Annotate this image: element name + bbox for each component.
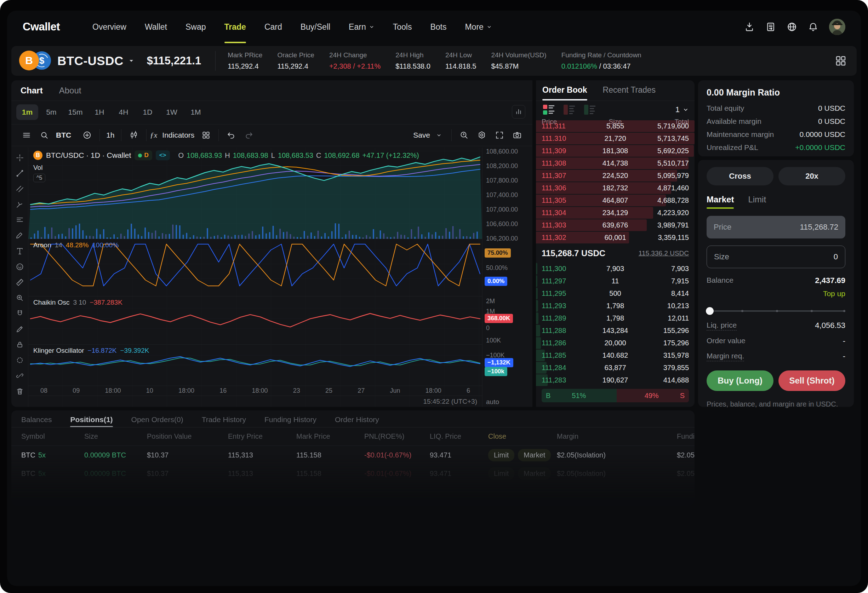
view-both-icon[interactable] <box>542 104 556 116</box>
redo-icon[interactable] <box>243 129 255 141</box>
price-field[interactable]: Price 115,268.72 <box>707 216 845 238</box>
quick-search-icon[interactable] <box>458 129 470 141</box>
compare-icon[interactable] <box>81 129 93 141</box>
text-icon[interactable] <box>14 245 26 257</box>
clock-label[interactable]: 15:45:22 (UTC+3) <box>423 398 477 406</box>
tab-about[interactable]: About <box>59 85 81 96</box>
brand-logo[interactable]: Cwallet <box>23 21 60 33</box>
legend-compare-pill[interactable]: <> <box>156 150 170 160</box>
close-limit-button[interactable]: Limit <box>488 449 514 461</box>
timeframe-1W[interactable]: 1W <box>161 104 183 120</box>
orderbook-bid-row[interactable]: 111,297117,915 <box>536 275 695 287</box>
symbol-search[interactable]: BTC <box>56 131 71 140</box>
orderbook-bid-row[interactable]: 111,28463,877379,855 <box>536 362 695 374</box>
interval-select[interactable]: 1h <box>106 131 114 140</box>
tab-order-book[interactable]: Order Book <box>542 85 587 100</box>
nav-item-more[interactable]: More <box>456 10 501 43</box>
positions-tab-openorders0[interactable]: Open Orders(0) <box>131 415 183 427</box>
bell-icon[interactable] <box>808 22 818 32</box>
save-button[interactable]: Save <box>413 131 430 140</box>
nav-item-trade[interactable]: Trade <box>215 10 255 43</box>
view-asks-icon[interactable] <box>563 104 576 116</box>
nav-item-earn[interactable]: Earn <box>340 10 384 43</box>
shapes-icon[interactable] <box>14 354 26 366</box>
nav-item-overview[interactable]: Overview <box>83 10 136 43</box>
sell-short-button[interactable]: Sell (Shrot) <box>778 371 845 391</box>
orderbook-ask-row[interactable]: 111,307224,5205,095,979 <box>536 169 695 182</box>
trendline-icon[interactable] <box>14 167 26 180</box>
time-axis[interactable]: 080918:001018:001618:00232527Jun18:006 <box>28 386 482 396</box>
camera-icon[interactable] <box>511 129 523 141</box>
link-icon[interactable] <box>14 370 26 382</box>
pencil-icon[interactable] <box>14 323 26 335</box>
pair-dropdown-icon[interactable] <box>128 57 135 65</box>
save-caret-icon[interactable] <box>433 129 445 141</box>
nav-item-tools[interactable]: Tools <box>384 10 421 43</box>
chart-plot[interactable]: B BTC/USDC · 1D · Cwallet D <> O108,683.… <box>28 147 482 407</box>
chaikin-pane[interactable]: Chaikin Osc 3 10 −387.283K <box>28 296 482 344</box>
timeframe-4H[interactable]: 4H <box>112 104 134 120</box>
legend-status-pill[interactable]: D <box>134 150 152 160</box>
search-icon[interactable] <box>38 129 50 141</box>
trash-icon[interactable] <box>14 385 26 397</box>
orderbook-bid-row[interactable]: 111,288143,284155,296 <box>536 324 695 337</box>
timeframe-1H[interactable]: 1H <box>89 104 111 120</box>
orderbook-ask-row[interactable]: 111,304234,1294,223,920 <box>536 207 695 219</box>
positions-tab-tradehistory[interactable]: Trade History <box>202 415 246 427</box>
orders-icon[interactable] <box>765 22 776 32</box>
nav-item-buysell[interactable]: Buy/Sell <box>291 10 340 43</box>
zoom-icon[interactable] <box>14 292 26 304</box>
positions-tab-balances[interactable]: Balances <box>21 415 52 427</box>
channel-icon[interactable] <box>14 183 26 195</box>
candle-style-icon[interactable] <box>128 129 140 141</box>
crosshair-icon[interactable] <box>14 152 26 164</box>
user-avatar[interactable] <box>829 19 845 35</box>
scale-mode-button[interactable]: auto <box>486 398 499 406</box>
pitchfork-icon[interactable] <box>14 199 26 210</box>
orderbook-ask-row[interactable]: 111,309181,3085,692,025 <box>536 145 695 157</box>
layout-grid-icon[interactable] <box>835 55 847 67</box>
precision-dropdown[interactable]: 1 <box>675 105 689 114</box>
fullscreen-icon[interactable] <box>493 129 505 141</box>
nav-item-bots[interactable]: Bots <box>421 10 456 43</box>
orderbook-ask-row[interactable]: 111.31021,7205,713,745 <box>536 132 695 145</box>
buy-long-button[interactable]: Buy (Long) <box>707 371 774 391</box>
nav-item-swap[interactable]: Swap <box>176 10 215 43</box>
ruler-icon[interactable] <box>14 276 26 288</box>
nav-item-wallet[interactable]: Wallet <box>136 10 176 43</box>
positions-tab-positions1[interactable]: Positions(1) <box>70 415 112 427</box>
emoji-icon[interactable] <box>14 261 26 273</box>
leverage-button[interactable]: 20x <box>778 167 845 185</box>
close-limit-button[interactable]: Limit <box>488 467 514 480</box>
tab-limit[interactable]: Limit <box>748 194 766 209</box>
globe-icon[interactable] <box>787 22 797 32</box>
orderbook-ask-row[interactable]: 111,306182,7324,871,460 <box>536 182 695 194</box>
orderbook-bid-row[interactable]: 111,285140.682315,978 <box>536 349 695 362</box>
orderbook-ask-row[interactable]: 111,303639,6763,989,791 <box>536 219 695 231</box>
orderbook-bid-row[interactable]: 111,2891,79812,011 <box>536 312 695 324</box>
orderbook-bid-row[interactable]: 111,2955008,414 <box>536 287 695 300</box>
timeframe-1m[interactable]: 1m <box>16 104 38 120</box>
size-field[interactable]: Size 0 <box>707 246 845 268</box>
positions-tab-fundinghistory[interactable]: Funding History <box>264 415 316 427</box>
collapse-indicators-button[interactable]: ^5 <box>33 174 45 182</box>
settings-gear-icon[interactable] <box>476 129 488 141</box>
margin-mode-button[interactable]: Cross <box>707 167 774 185</box>
menu-icon[interactable] <box>21 129 32 141</box>
magnet-icon[interactable] <box>14 308 26 319</box>
lock-icon[interactable] <box>14 338 26 351</box>
tab-market[interactable]: Market <box>707 194 734 209</box>
orderbook-ask-row[interactable]: 111,30260,0013,359,115 <box>536 231 695 244</box>
fib-icon[interactable] <box>14 214 26 226</box>
close-market-button[interactable]: Market <box>518 467 551 480</box>
price-pane[interactable] <box>28 147 482 239</box>
tab-chart[interactable]: Chart <box>21 85 43 96</box>
template-grid-icon[interactable] <box>200 129 212 141</box>
view-bids-icon[interactable] <box>583 104 597 116</box>
download-icon[interactable] <box>744 22 755 32</box>
undo-icon[interactable] <box>225 129 237 141</box>
aroon-pane[interactable]: Aroon 14 48.28% 100.00% <box>28 239 482 296</box>
orderbook-ask-row[interactable]: 111,305464,8074,688,728 <box>536 194 695 207</box>
top-up-link[interactable]: Top up <box>823 290 845 298</box>
orderbook-ask-row[interactable]: 111,308414,7385,510,717 <box>536 157 695 169</box>
